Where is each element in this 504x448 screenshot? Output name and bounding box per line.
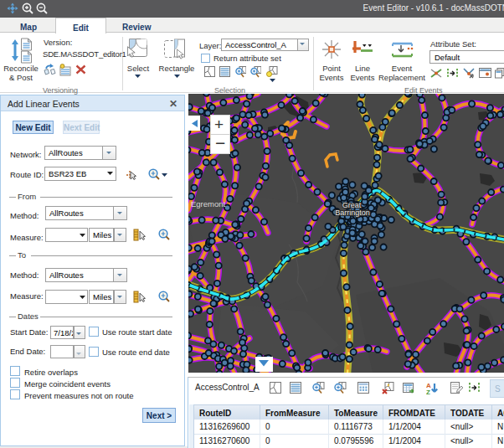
svg-text:Egremont: Egremont xyxy=(191,199,226,209)
svg-text:Barrington: Barrington xyxy=(335,209,370,217)
svg-text:Z: Z xyxy=(426,389,430,394)
